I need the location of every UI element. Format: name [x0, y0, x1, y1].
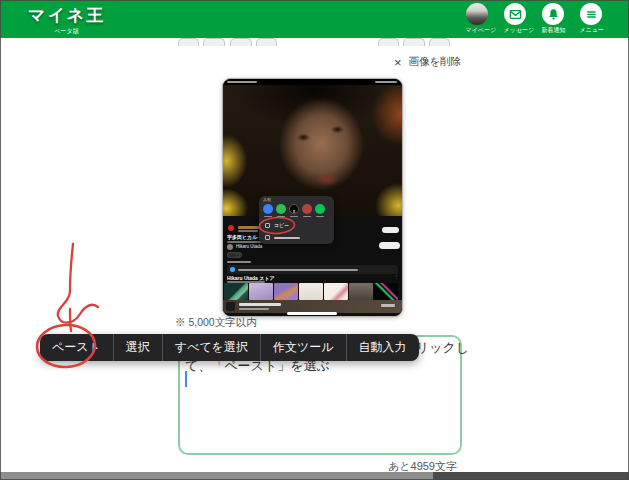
site-logo[interactable]: マイネ王 ベータ版 [28, 4, 105, 41]
site-header: マイネ王 ベータ版 マイページ メッセージ [0, 0, 629, 38]
copy-menu-item: コピー [274, 222, 289, 229]
nav-notifications[interactable]: 新着通知 [534, 3, 572, 40]
app-label-blur [303, 216, 311, 217]
app-label-blur [316, 216, 324, 217]
album-thumbnail [299, 283, 323, 300]
clipped-tab[interactable] [230, 38, 252, 46]
nav-mypage[interactable]: マイページ [458, 3, 496, 40]
more-icon: ⋮ [394, 274, 398, 278]
envelope-icon [504, 3, 526, 25]
menu-item-select-all[interactable]: すべてを選択 [162, 334, 260, 361]
comment-avatar [230, 267, 235, 272]
menu-item-blur [274, 237, 300, 239]
x-glyph: X [293, 210, 295, 213]
menu-item-icon [265, 235, 270, 240]
hamburger-icon [580, 3, 602, 25]
menu-item-select[interactable]: 選択 [113, 334, 162, 361]
album-thumbnail [349, 283, 373, 300]
header-nav: マイページ メッセージ 新着通知 [458, 3, 610, 40]
char-limit-note: ※ 5,000文字以内 [175, 316, 257, 330]
mini-player-thumb [226, 302, 235, 311]
nav-message-label: メッセージ [504, 26, 527, 34]
clipped-tab[interactable] [403, 38, 425, 46]
album-thumbnail [374, 283, 398, 300]
share-app-icon-mail [302, 204, 312, 214]
nav-menu-label: メニュー [580, 26, 603, 34]
menu-item-writing-tools[interactable]: 作文ツール [260, 334, 346, 361]
comment-text-blur [238, 269, 358, 271]
nav-mypage-label: マイページ [466, 26, 489, 34]
nav-notifications-label: 新着通知 [542, 26, 565, 34]
clipped-tab[interactable] [256, 38, 277, 46]
clipped-tab[interactable] [378, 38, 399, 46]
share-popup-title: 共有 [263, 197, 271, 203]
album-thumbnail [324, 283, 348, 300]
channel-avatar [227, 244, 233, 250]
clipped-tab[interactable] [178, 38, 199, 46]
menu-item-autofill[interactable]: 自動入力 [346, 334, 419, 361]
context-menu: ペースト 選択 すべてを選択 作文ツール 自動入力 [40, 334, 419, 361]
site-logo-subtitle: ベータ版 [43, 27, 89, 35]
close-icon: × [394, 56, 402, 69]
clipped-tab[interactable] [203, 38, 225, 46]
text-blur-bar [238, 230, 258, 232]
list-item-icon [228, 225, 234, 231]
status-text-blur [227, 81, 257, 83]
menu-item-paste[interactable]: ペースト [40, 334, 113, 361]
avatar [466, 3, 488, 25]
comments-label-blur [227, 261, 251, 263]
site-logo-title: マイネ王 [28, 4, 105, 27]
chip [227, 252, 237, 258]
mini-player-title-blur [239, 303, 281, 306]
home-indicator [287, 312, 337, 315]
small-pill-button [382, 227, 399, 233]
app-label-blur [264, 216, 272, 217]
album-thumbnail [274, 283, 298, 300]
delete-image-button[interactable]: × 画像を削除 [394, 55, 461, 69]
album-thumbnail [249, 283, 273, 300]
page: マイネ王 ベータ版 マイページ メッセージ [0, 0, 629, 480]
share-app-icon-whatsapp [276, 204, 286, 214]
nav-message[interactable]: メッセージ [496, 3, 534, 40]
bell-icon [542, 3, 564, 25]
store-thumbnails-row [224, 283, 398, 300]
app-label-blur [277, 216, 285, 217]
share-app-icon-line [315, 204, 325, 214]
delete-image-label: 画像を削除 [409, 55, 462, 69]
app-label-blur [290, 216, 298, 217]
annotation-arrow-line [58, 244, 98, 323]
share-app-icon-messages [263, 204, 273, 214]
nav-menu[interactable]: メニュー [572, 3, 610, 40]
channel-name: Hikaru Utada [236, 244, 262, 249]
share-popup: 共有 X コピー [259, 196, 334, 244]
mini-player-sub-blur [239, 308, 269, 310]
album-thumbnail [224, 283, 248, 300]
subscribe-button: チャンネル登録 [379, 242, 400, 249]
annotation-arrow-tail [70, 309, 71, 331]
status-icons-blur [375, 81, 397, 83]
text-cursor [185, 371, 187, 387]
mini-player-controls-blur [381, 304, 395, 307]
copy-icon [265, 223, 270, 228]
subscribe-label: チャンネル登録 [380, 251, 401, 253]
clipped-tab[interactable] [429, 38, 450, 46]
share-app-icon-x: X [289, 204, 299, 214]
uploaded-image-preview: 宇多田ヒカル - Automatic Hikaru Utada チャンネル登録 … [222, 78, 403, 317]
horizontal-scrollbar-thumb[interactable] [433, 472, 629, 480]
